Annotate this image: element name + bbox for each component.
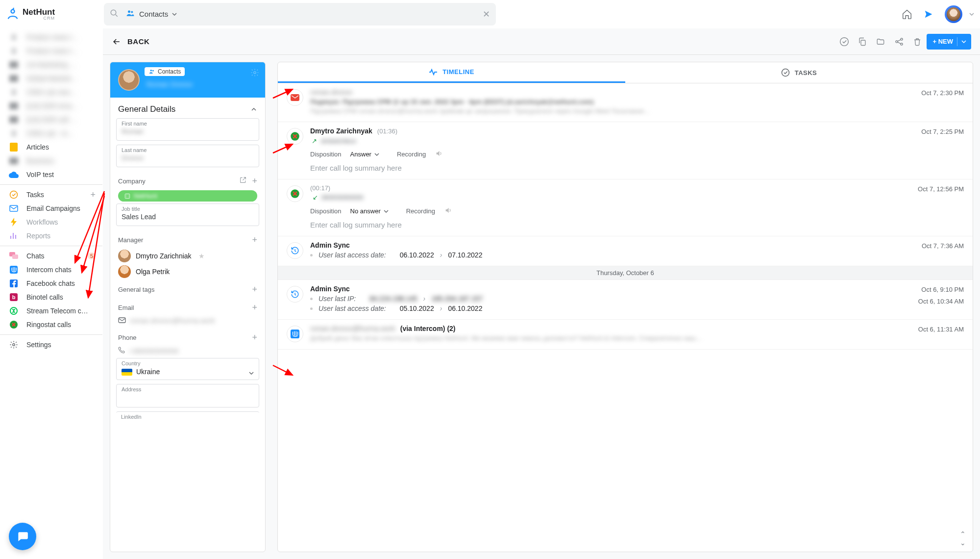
sidebar-folder[interactable]: ☰CRM Lab new… xyxy=(0,85,102,99)
mail-icon xyxy=(9,205,19,212)
move-folder-icon[interactable] xyxy=(876,37,885,46)
timeline-item-call[interactable]: (00:17) ↗380930000000 Disposition No ans… xyxy=(278,179,973,236)
activity-icon xyxy=(429,69,438,76)
sidebar-folder[interactable]: ☰CRM Lab · re… xyxy=(0,127,102,140)
timeline-item-sync[interactable]: Admin Sync User last IP: 84.224.198.145›… xyxy=(278,280,973,319)
disposition-select[interactable]: Answer xyxy=(350,151,379,158)
sidebar-folder[interactable]: Business xyxy=(0,154,102,168)
sidebar-item-voip[interactable]: VoIP test xyxy=(0,168,102,181)
sidebar-item-reports[interactable]: Reports xyxy=(0,229,102,243)
sidebar-folder[interactable]: ☰Product news l… xyxy=(0,44,102,58)
avatar-dropdown-icon[interactable] xyxy=(969,12,974,17)
details-gear-icon[interactable] xyxy=(250,68,259,78)
search-scope-selector[interactable]: Contacts xyxy=(125,8,177,20)
manager-chip[interactable]: Olga Petrik xyxy=(110,264,265,280)
call-summary-input[interactable]: Enter call log summary here xyxy=(310,221,964,229)
disposition-select[interactable]: No answer xyxy=(350,207,389,215)
tab-timeline[interactable]: TIMELINE xyxy=(278,62,625,83)
timeline-time: Oct 6, 11:31 AM xyxy=(918,326,964,333)
svg-point-25 xyxy=(782,69,789,76)
sidebar-label: VoIP test xyxy=(26,171,54,178)
svg-point-5 xyxy=(10,191,18,199)
open-link-icon[interactable] xyxy=(239,176,247,186)
company-chip[interactable]: NetHunt xyxy=(118,190,257,202)
sidebar-item-articles[interactable]: Articles xyxy=(0,140,102,154)
contact-name-blurred: Roman Dronov xyxy=(147,80,193,88)
clear-search-icon[interactable]: ✕ xyxy=(483,9,490,20)
user-avatar[interactable] xyxy=(945,5,962,23)
call-summary-input[interactable]: Enter call log summary here xyxy=(310,164,964,172)
tab-tasks[interactable]: TASKS xyxy=(625,62,973,83)
sidebar-label: Chats xyxy=(26,252,45,260)
linkedin-field[interactable]: LinkedIn xyxy=(116,411,259,420)
play-audio-icon[interactable] xyxy=(444,206,453,216)
add-icon[interactable]: + xyxy=(252,176,257,186)
sidebar-folder[interactable]: Global Marketi… xyxy=(0,72,102,85)
copy-icon[interactable] xyxy=(858,37,867,47)
search-box[interactable]: Contacts ✕ xyxy=(104,3,496,25)
job-title-field[interactable]: Job titleSales Lead xyxy=(116,203,259,226)
svg-rect-6 xyxy=(10,205,18,211)
last-name-field[interactable]: Last nameDronov xyxy=(116,145,259,167)
tags-field-header: General tags+ xyxy=(110,280,265,298)
board-icon xyxy=(9,157,19,164)
new-button[interactable]: + NEW xyxy=(927,34,971,50)
mark-done-icon[interactable] xyxy=(839,37,849,47)
add-icon[interactable]: + xyxy=(252,332,257,343)
scroll-controls[interactable]: ⌃ ⌄ xyxy=(960,530,966,547)
timeline-item-intercom[interactable]: roman.dronov@hurma.work (via Intercom) (… xyxy=(278,319,973,350)
ringostat-call-icon xyxy=(287,128,303,145)
contact-photo[interactable] xyxy=(118,69,140,91)
add-task-icon[interactable]: + xyxy=(90,190,96,200)
email-value-row[interactable]: roman.dronov@hurma.work xyxy=(110,316,265,328)
first-name-field[interactable]: First nameRoman xyxy=(116,118,259,141)
back-button[interactable]: BACK xyxy=(112,37,149,47)
delete-icon[interactable] xyxy=(913,37,922,47)
share-icon[interactable] xyxy=(894,37,904,47)
country-select[interactable]: Country Ukraine xyxy=(116,358,259,380)
add-icon[interactable]: + xyxy=(252,303,257,313)
phone-field-header: Phone+ xyxy=(110,328,265,346)
home-icon[interactable] xyxy=(902,9,912,20)
sidebar-item-intercom[interactable]: Intercom chats xyxy=(0,263,102,277)
sidebar-folder[interactable]: UA Marketing … xyxy=(0,58,102,72)
svg-rect-16 xyxy=(861,40,865,46)
manager-chip[interactable]: Dmytro Zarichniak★ xyxy=(110,248,265,264)
scroll-up-icon[interactable]: ⌃ xyxy=(960,530,966,538)
sidebar-item-chats[interactable]: Chats5 xyxy=(0,249,102,263)
ringostat-call-icon xyxy=(287,185,303,202)
sidebar-label: Stream Telecom c… xyxy=(26,307,88,315)
sidebar-item-tasks[interactable]: Tasks+ xyxy=(0,188,102,202)
timeline-body[interactable]: roman.dronov Подякую: Підтримка СРМ @ up… xyxy=(278,83,973,552)
add-icon[interactable]: + xyxy=(252,235,257,245)
timeline-item-sync[interactable]: Admin Sync User last access date: 06.10.… xyxy=(278,236,973,266)
sidebar-item-binotel[interactable]: bBinotel calls xyxy=(0,290,102,304)
timeline-item-email[interactable]: roman.dronov Подякую: Підтримка СРМ @ up… xyxy=(278,83,973,122)
sidebar-folder[interactable]: [UA] SDR call … xyxy=(0,113,102,127)
sidebar-item-stream[interactable]: Stream Telecom c… xyxy=(0,304,102,318)
record-actions xyxy=(839,37,922,47)
email-icon xyxy=(287,89,303,106)
phone-value-row[interactable]: +380930000000 xyxy=(110,346,265,358)
sidebar-label: Articles xyxy=(26,143,49,151)
add-icon[interactable]: + xyxy=(252,284,257,295)
sidebar-item-campaigns[interactable]: Email Campaigns xyxy=(0,202,102,215)
star-icon[interactable]: ★ xyxy=(198,252,205,260)
svg-point-14 xyxy=(13,344,15,346)
support-chat-bubble[interactable] xyxy=(9,523,36,550)
sidebar-item-ringostat[interactable]: Ringostat calls xyxy=(0,318,102,331)
play-audio-icon[interactable] xyxy=(435,150,443,159)
sidebar-item-workflows[interactable]: Workflows xyxy=(0,215,102,229)
address-field[interactable]: Address xyxy=(116,384,259,407)
sidebar-item-settings[interactable]: Settings xyxy=(0,338,102,352)
contacts-chip[interactable]: Contacts xyxy=(145,67,185,76)
sidebar-folder[interactable]: [UA] SDR ema… xyxy=(0,99,102,113)
section-general-header[interactable]: General Details xyxy=(110,98,265,118)
timeline-item-call[interactable]: Dmytro Zarichnyak (01:36) ↗dmbelchikov D… xyxy=(278,122,973,179)
notification-icon[interactable] xyxy=(923,9,934,20)
logo[interactable]: NetHunt CRM xyxy=(6,7,99,21)
sidebar-item-facebook[interactable]: Facebook chats xyxy=(0,277,102,290)
binotel-icon: b xyxy=(9,293,19,301)
sidebar-folder[interactable]: ☰Product news l… xyxy=(0,30,102,44)
scroll-down-icon[interactable]: ⌄ xyxy=(960,539,966,547)
